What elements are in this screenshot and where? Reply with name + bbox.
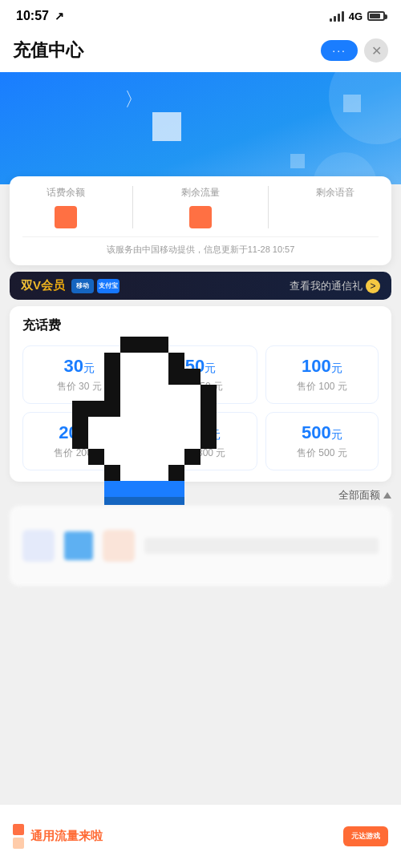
charge-item-300[interactable]: 300元 售价 300 元 — [144, 412, 257, 470]
promo-text: 通用流量来啦 — [30, 829, 103, 844]
bottom-blurred-section — [10, 506, 391, 586]
vip-right[interactable]: 查看我的通信礼 > — [290, 279, 380, 293]
promo-square-1 — [13, 824, 24, 835]
banner-rect-2 — [343, 95, 361, 112]
close-button[interactable]: ✕ — [364, 38, 388, 63]
charge-price-100: 售价 100 元 — [273, 380, 371, 394]
status-time: 10:57 ↗ — [16, 9, 64, 23]
promo-bar: 通用流量来啦 元达游戏 — [0, 804, 401, 868]
blue-banner: 〉 — [0, 72, 401, 184]
flow-item: 剩余流量 — [181, 186, 220, 228]
status-bar: 10:57 ↗ 4G — [0, 0, 401, 32]
page-title: 充值中心 — [13, 38, 83, 63]
flow-label: 剩余流量 — [181, 186, 220, 200]
vip-label: 双V会员 — [21, 278, 65, 293]
charge-price-500: 售价 500 元 — [273, 446, 371, 460]
signal-icon — [330, 10, 344, 22]
info-notice: 该服务由中国移动提供，信息更新于11-28 10:57 — [22, 244, 379, 256]
charge-amount-500: 500元 — [273, 422, 371, 443]
vip-right-text: 查看我的通信礼 — [290, 279, 363, 293]
blurred-bar — [144, 538, 379, 554]
charge-item-30[interactable]: 30元 售价 30 元 — [22, 345, 136, 404]
vip-banner[interactable]: 双V会员 移动 支付宝 查看我的通信礼 > — [10, 272, 391, 300]
detection-overlay: 307 EM 30 JE — [19, 379, 79, 390]
balance-icon — [55, 206, 77, 228]
voice-label: 剩余语音 — [316, 186, 354, 200]
blurred-square-2 — [103, 530, 135, 562]
charge-amount-300: 300元 — [151, 422, 249, 443]
charge-item-500[interactable]: 500元 售价 500 元 — [265, 412, 379, 470]
info-card-top: 话费余额 剩余流量 剩余语音 — [22, 186, 379, 237]
network-type: 4G — [349, 10, 363, 22]
charge-item-50[interactable]: 50元 售价 50 元 — [144, 345, 257, 404]
collapse-arrow-icon — [383, 492, 391, 499]
promo-logo: 元达游戏 — [343, 826, 388, 846]
more-row[interactable]: 全部面额 — [10, 488, 391, 503]
voice-icon — [324, 204, 346, 227]
charge-amount: 30元 — [30, 356, 128, 377]
banner-rect-3 — [290, 154, 305, 168]
status-indicators: 4G — [330, 10, 385, 22]
vip-arrow-icon: > — [366, 279, 380, 293]
flow-icon — [189, 206, 212, 228]
charge-amount-200: 200元 — [30, 422, 128, 443]
header-actions: ··· ✕ — [321, 38, 388, 63]
charge-item-100[interactable]: 100元 售价 100 元 — [265, 345, 379, 404]
page-header: 充值中心 ··· ✕ — [0, 32, 401, 72]
location-arrow-icon: ↗ — [55, 10, 64, 22]
voice-item: 剩余语音 — [316, 186, 354, 228]
promo-square-2 — [13, 838, 24, 849]
charge-title: 充话费 — [22, 317, 379, 334]
info-card: 话费余额 剩余流量 剩余语音 该服务由中国移动提供，信息更新于11-28 10:… — [10, 176, 391, 265]
banner-arrow-icon: 〉 — [124, 87, 144, 112]
balance-item: 话费余额 — [47, 186, 85, 228]
alipay-logo: 支付宝 — [97, 279, 119, 293]
more-label: 全部面额 — [338, 488, 380, 503]
promo-left: 通用流量来啦 — [13, 824, 103, 849]
battery-icon — [367, 11, 385, 21]
divider-1 — [132, 186, 133, 228]
charge-amount-100: 100元 — [273, 356, 371, 377]
more-button[interactable]: ··· — [321, 40, 358, 61]
charge-price-50: 售价 50 元 — [151, 380, 249, 394]
charge-amount-50: 50元 — [151, 356, 249, 377]
vip-logos: 移动 支付宝 — [71, 279, 119, 293]
balance-label: 话费余额 — [47, 186, 85, 200]
blurred-square-1 — [22, 530, 55, 562]
divider-2 — [268, 186, 269, 228]
charge-grid: 30元 售价 30 元 50元 售价 50 元 100元 售价 100 元 20… — [22, 345, 379, 470]
blurred-blue-rect — [64, 531, 93, 560]
charge-item-200[interactable]: 200元 售价 200 元 — [22, 412, 136, 470]
charge-price-300: 售价 300 元 — [151, 446, 249, 460]
mobile-logo: 移动 — [71, 279, 94, 293]
charge-price-200: 售价 200 元 — [30, 446, 128, 460]
charge-section: 充话费 30元 售价 30 元 50元 售价 50 元 100元 售价 100 … — [10, 306, 391, 482]
banner-rect-1 — [152, 112, 181, 141]
promo-squares — [13, 824, 24, 849]
